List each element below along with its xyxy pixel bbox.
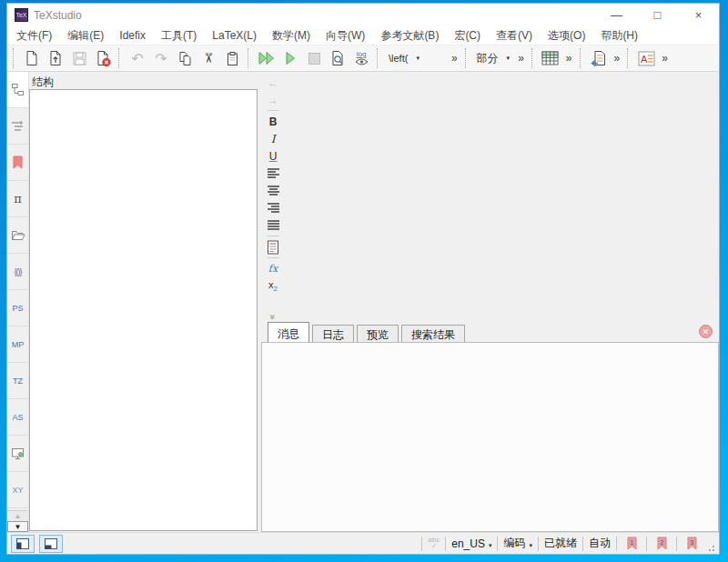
menu-edit[interactable]: 编辑(E)	[67, 28, 104, 44]
menu-help[interactable]: 帮助(H)	[601, 28, 638, 44]
ready-status: 已就绪	[544, 536, 577, 551]
tab-search-results[interactable]: 搜索结果	[401, 325, 465, 342]
redo-button[interactable]: ↷	[149, 46, 173, 70]
menu-idefix[interactable]: Idefix	[119, 29, 146, 42]
math-overflow-button[interactable]: »	[448, 52, 461, 65]
sidebar-item-pstricks[interactable]: PS	[7, 290, 28, 326]
bookmark-2-button[interactable]: 2	[652, 537, 671, 550]
sidebar-item-asymptote[interactable]: AS	[7, 399, 28, 436]
navigate-back-button[interactable]: ←	[264, 74, 282, 91]
main-area: π {()} PS MP TZ AS XY	[7, 72, 719, 532]
left-bracket-dropdown[interactable]: \left( ▾	[384, 47, 424, 69]
menu-file[interactable]: 文件(F)	[16, 28, 52, 44]
sidebar-scroll-down-button[interactable]: ▼	[7, 521, 28, 532]
align-left-button[interactable]	[264, 165, 282, 182]
compile-button[interactable]	[278, 46, 302, 70]
format-button[interactable]: A	[634, 46, 658, 70]
align-right-button[interactable]	[264, 199, 282, 216]
minimize-button[interactable]: —	[596, 4, 637, 26]
table-button[interactable]	[539, 46, 562, 70]
stop-icon	[308, 53, 320, 65]
diff-overflow-button[interactable]: »	[611, 52, 624, 65]
tab-log[interactable]: 日志	[312, 325, 354, 342]
navigate-forward-button[interactable]: →	[264, 91, 282, 108]
toolbar-handle	[248, 48, 252, 68]
copy-icon	[177, 51, 193, 66]
sidebar-item-toc[interactable]	[7, 108, 28, 145]
tab-preview[interactable]: 预览	[357, 325, 399, 342]
reload-document-button[interactable]	[587, 46, 611, 70]
chevron-down-icon: ▾	[416, 55, 420, 62]
folder-icon	[11, 229, 25, 241]
view-pdf-button[interactable]	[326, 46, 349, 70]
save-icon	[72, 51, 87, 66]
underline-button[interactable]: U	[264, 147, 282, 165]
menu-tools[interactable]: 工具(T)	[161, 28, 197, 44]
format-overflow-button[interactable]: »	[658, 52, 672, 65]
view-log-button[interactable]: log	[349, 46, 373, 70]
menu-bibliography[interactable]: 参考文献(B)	[380, 28, 439, 44]
structure-tree-view[interactable]	[29, 89, 258, 531]
language-selector[interactable]: en_US	[451, 537, 485, 550]
menu-macros[interactable]: 宏(C)	[454, 28, 480, 44]
align-center-button[interactable]	[264, 182, 282, 199]
cut-button[interactable]: ✂	[197, 46, 220, 70]
section-toolbar-group: 部分 ▾ »	[472, 45, 528, 71]
bookmark-1-icon: 1	[626, 537, 638, 550]
align-right-icon	[268, 203, 279, 213]
menu-math[interactable]: 数学(M)	[272, 28, 310, 44]
section-dropdown[interactable]: 部分 ▾	[472, 47, 515, 69]
close-document-button[interactable]	[91, 46, 115, 70]
align-center-icon	[268, 186, 279, 196]
maximize-button[interactable]: □	[637, 4, 678, 26]
sidebar-scroll-up-button[interactable]: ▲	[7, 510, 28, 521]
cut-icon: ✂	[200, 53, 217, 65]
bookmark-1-button[interactable]: 1	[622, 537, 641, 550]
menu-wizard[interactable]: 向导(W)	[326, 28, 365, 44]
new-document-button[interactable]	[20, 46, 44, 70]
menu-view[interactable]: 查看(V)	[496, 28, 532, 44]
sidebar-item-files[interactable]	[7, 217, 28, 254]
toggle-side-panel-button[interactable]	[11, 535, 35, 553]
sidebar-item-symbols[interactable]: π	[7, 181, 28, 217]
messages-close-button[interactable]: ✕	[699, 325, 713, 338]
save-button[interactable]	[67, 46, 91, 70]
inline-math-button[interactable]: fx	[264, 260, 282, 277]
sidebar-item-structure[interactable]	[7, 72, 28, 108]
bold-button[interactable]: B	[264, 113, 282, 130]
sidebar-item-xymatrix[interactable]: XY	[7, 472, 28, 508]
file-toolbar-group	[20, 45, 115, 71]
insert-page-button[interactable]	[264, 238, 282, 256]
build-and-view-button[interactable]	[255, 46, 278, 70]
encoding-selector[interactable]: 编码	[503, 536, 525, 551]
stop-button[interactable]	[302, 46, 326, 70]
menu-options[interactable]: 选项(O)	[548, 28, 585, 44]
subscript-button[interactable]: x2	[264, 277, 282, 295]
sidebar-item-bookmarks[interactable]	[7, 145, 28, 181]
sidebar-item-beamer[interactable]	[7, 436, 28, 472]
resize-grip[interactable]	[706, 543, 715, 552]
sidebar-item-metapost[interactable]: MP	[7, 326, 28, 363]
editor-area[interactable]	[283, 72, 719, 322]
bookmark-3-button[interactable]: 3	[682, 537, 701, 550]
copy-button[interactable]	[173, 46, 197, 70]
sidebar-item-brackets[interactable]: {()}	[7, 254, 28, 290]
sidebar-item-tikz[interactable]: TZ	[7, 363, 28, 399]
toggle-bottom-panel-button[interactable]	[39, 535, 63, 553]
app-icon: TeX	[15, 8, 28, 22]
table-overflow-button[interactable]: »	[562, 52, 576, 65]
align-justify-button[interactable]	[264, 216, 282, 234]
spellcheck-icon[interactable]: abc ✓	[428, 537, 440, 550]
metapost-label: MP	[12, 340, 25, 349]
chevron-down-icon: ▾	[529, 542, 532, 549]
sidebar-scroll: ▲ ▼	[7, 510, 28, 532]
menu-latex[interactable]: LaTeX(L)	[212, 29, 257, 42]
close-button[interactable]: ×	[678, 4, 719, 26]
paste-button[interactable]	[220, 46, 244, 70]
open-document-button[interactable]	[44, 46, 67, 70]
section-overflow-button[interactable]: »	[514, 52, 528, 65]
undo-button[interactable]: ↶	[126, 46, 149, 70]
italic-button[interactable]: I	[264, 130, 282, 147]
tab-messages[interactable]: 消息	[268, 322, 309, 342]
toolbar-extension-button[interactable]: »	[268, 315, 278, 320]
